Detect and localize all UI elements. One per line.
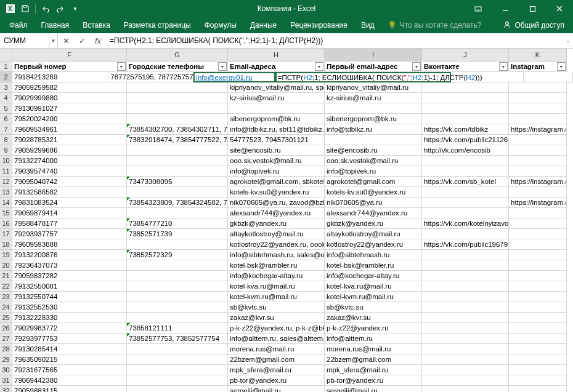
cell[interactable] — [422, 375, 509, 386]
tab-view[interactable]: Вид — [354, 17, 381, 33]
cell[interactable] — [422, 93, 509, 103]
cell[interactable]: info@topivek.ru — [228, 166, 325, 177]
cell[interactable] — [127, 302, 228, 313]
cell[interactable]: 73854777210 — [127, 218, 228, 229]
row-header[interactable]: 10 — [0, 156, 12, 166]
cell[interactable]: 79059299686 — [12, 145, 127, 156]
column-header[interactable]: F — [12, 49, 127, 62]
cell[interactable] — [127, 103, 228, 114]
cell[interactable]: =ПСТР(H2;1; ЕСЛИОШИБКА( ПОИСК(",";H2;1)-… — [275, 72, 451, 82]
row-header[interactable]: 7 — [0, 124, 12, 135]
cell[interactable] — [127, 313, 228, 323]
formula-expand-icon[interactable]: ⌄ — [563, 33, 573, 48]
cell[interactable] — [325, 135, 422, 145]
row-header[interactable]: 3 — [0, 82, 12, 93]
column-header[interactable]: I — [325, 49, 422, 62]
select-all-corner[interactable] — [0, 49, 12, 62]
row-header[interactable]: 19 — [0, 250, 12, 260]
cell[interactable]: 78772575195, 78772575759 — [108, 72, 193, 82]
cell[interactable]: mpk_sfera@mail.ru — [325, 365, 422, 375]
cell[interactable] — [509, 292, 567, 302]
cell[interactable]: kotels-kv.su0@yandex.ru — [325, 187, 422, 198]
cell[interactable]: kipriyanov_vitaliy@mail.ru, spe — [228, 82, 325, 93]
cell[interactable]: 79059837282 — [12, 271, 127, 281]
fx-icon[interactable]: fx — [90, 33, 106, 49]
tell-me-search[interactable]: 💡 Что вы хотите сделать? — [388, 21, 482, 30]
tab-file[interactable]: Файл — [2, 17, 35, 33]
cell[interactable] — [127, 260, 228, 271]
row-header[interactable]: 22 — [0, 281, 12, 292]
cell[interactable] — [422, 198, 509, 208]
cell[interactable] — [422, 271, 509, 281]
tab-formulas[interactable]: Формулы — [198, 17, 243, 33]
row-header[interactable]: 11 — [0, 166, 12, 177]
row-header[interactable]: 9 — [0, 145, 12, 156]
cell[interactable]: https://instagram.co — [509, 177, 567, 187]
row-header[interactable]: 30 — [0, 365, 12, 375]
cell[interactable] — [509, 354, 567, 365]
cell[interactable]: 79039574740 — [12, 166, 127, 177]
cell[interactable] — [228, 103, 325, 114]
cell[interactable] — [509, 114, 567, 124]
row-header[interactable]: 26 — [0, 323, 12, 334]
cell[interactable]: kipriyanov_vitaliy@mail.ru — [325, 82, 422, 93]
cell[interactable] — [127, 354, 228, 365]
tab-home[interactable]: Главная — [35, 17, 76, 33]
cell[interactable]: info@sibtehmash.ru, sales@op — [228, 250, 325, 260]
cell[interactable]: nik070605@ya.ru — [325, 198, 422, 208]
cell[interactable] — [127, 375, 228, 386]
cell[interactable]: 79293977753 — [12, 334, 127, 344]
cell[interactable]: info@exergy01.ru — [193, 72, 275, 82]
cell[interactable]: kotel-kvm.ru@mail.ru — [228, 292, 325, 302]
cell[interactable]: info@tdbikz.ru, sbt11@tdbikz.r — [228, 124, 325, 135]
cell[interactable]: 79029983772 — [12, 323, 127, 334]
cell[interactable] — [509, 365, 567, 375]
table-header-cell[interactable]: Первый номер▼ — [12, 62, 127, 72]
column-header[interactable]: H — [228, 49, 325, 62]
cell[interactable]: https://instagram.co — [509, 124, 567, 135]
cell[interactable] — [422, 354, 509, 365]
cell[interactable] — [422, 344, 509, 354]
cell[interactable]: sergeiij@mail.ru — [325, 386, 422, 392]
cell[interactable] — [422, 208, 509, 218]
row-header[interactable]: 32 — [0, 386, 12, 392]
cell[interactable] — [509, 187, 567, 198]
cell[interactable] — [509, 323, 567, 334]
cell[interactable]: 79132586582 — [12, 187, 127, 198]
cell[interactable] — [422, 114, 509, 124]
column-header[interactable]: G — [127, 49, 228, 62]
cell[interactable]: kotel-kva.ru@mail.ru — [228, 281, 325, 292]
cell[interactable] — [509, 260, 567, 271]
cell[interactable] — [127, 166, 228, 177]
cell[interactable]: 73854302700, 73854302711, 7385 — [127, 124, 228, 135]
table-header-cell[interactable]: Instagram▼ — [509, 62, 567, 72]
cell[interactable]: altaykotlostroy@mail.ru — [325, 229, 422, 239]
cell[interactable]: info@topivek.ru — [325, 166, 422, 177]
qat-customize-icon[interactable]: ▼ — [68, 2, 82, 15]
cell[interactable] — [509, 156, 567, 166]
cell[interactable]: pb-tor@yandex.ru — [325, 375, 422, 386]
cell[interactable] — [509, 302, 567, 313]
filter-dropdown-icon[interactable]: ▼ — [557, 62, 566, 71]
cell[interactable]: 79609534961 — [12, 124, 127, 135]
cell[interactable]: ooo.sk.vostok@mail.ru — [228, 156, 325, 166]
cell[interactable]: sergeiij@mail.ru — [228, 386, 325, 392]
row-header[interactable]: 18 — [0, 239, 12, 250]
cell[interactable] — [127, 344, 228, 354]
cell[interactable]: 79132274000 — [12, 156, 127, 166]
ribbon-display-icon[interactable] — [465, 0, 492, 17]
formula-input[interactable] — [106, 33, 563, 48]
cell[interactable]: 79132228330 — [12, 313, 127, 323]
row-header[interactable]: 1 — [0, 62, 12, 72]
row-header[interactable]: 2 — [0, 72, 12, 82]
row-header[interactable]: 4 — [0, 93, 12, 103]
cell[interactable]: https://vk.com/kotelnyizavod — [422, 218, 509, 229]
cell[interactable]: 73854323809, 73854324582, 7385 — [127, 198, 228, 208]
cell[interactable] — [509, 271, 567, 281]
cell[interactable] — [127, 271, 228, 281]
cell[interactable]: 79236437073 — [12, 260, 127, 271]
cell[interactable]: sb@kvtc.su — [228, 302, 325, 313]
cell[interactable]: 79028785321 — [12, 135, 127, 145]
cancel-formula-icon[interactable]: ✕ — [58, 33, 74, 49]
cell[interactable]: 79293937757 — [12, 229, 127, 239]
